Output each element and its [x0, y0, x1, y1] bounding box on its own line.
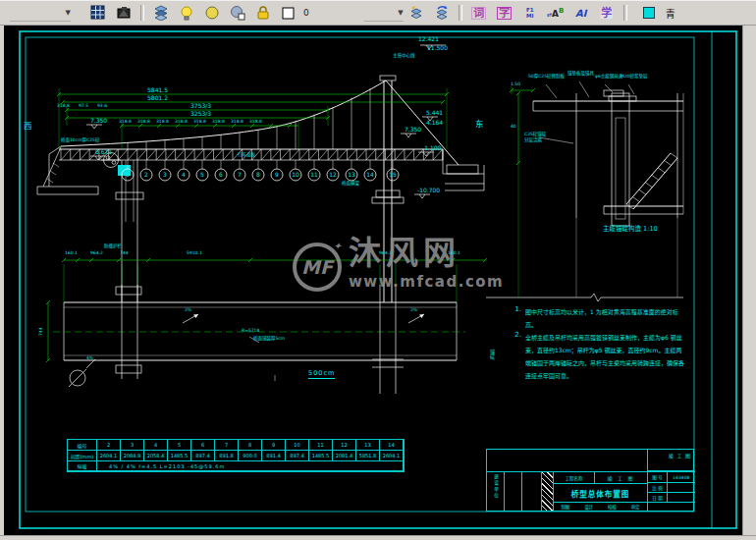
chevron-down-icon: ▼ [398, 9, 403, 17]
ai-text-tool-button[interactable]: AI [569, 3, 593, 24]
chevron-down-icon: ▼ [66, 9, 71, 17]
watermark-url: www.mfcad.com [349, 273, 504, 291]
as-built-stamp: 竣 工 图 [647, 450, 694, 471]
watermark: MF✦ 沐风网 www.mfcad.com [293, 236, 504, 292]
table-row-label: 纵坡 [68, 461, 97, 471]
annotation: C25砼锚碇 [524, 133, 546, 137]
layer-control-dropdown[interactable]: ▼ [364, 5, 404, 22]
annotation: 桥面铺装厚5cm [253, 336, 289, 342]
sign-cell: 审定 [631, 504, 640, 510]
empty-cell [522, 471, 542, 511]
table-value: 2081.4 [333, 451, 356, 461]
level-label: 11.500 [427, 45, 448, 51]
layer-lock-button[interactable] [251, 3, 275, 24]
note-number: 2. [509, 331, 521, 382]
layer-states-icon [116, 5, 132, 21]
lightbulb-icon [179, 5, 194, 21]
toolbar-separator [459, 5, 462, 21]
layer-on-button[interactable] [175, 3, 198, 24]
layer-states-button[interactable] [112, 3, 135, 24]
table-header: 13 [356, 440, 380, 451]
layers-undo-icon [434, 5, 450, 21]
span-dim-label: 318.8 [193, 120, 206, 125]
table-header: 6 [191, 440, 215, 451]
layer-color-button[interactable] [277, 3, 300, 24]
table-header: 7 [215, 440, 239, 451]
drawing-viewport[interactable]: 123456789101112131415 MF✦ 沐风网 www.mfcad.… [4, 26, 743, 537]
current-color-button[interactable] [637, 3, 661, 24]
span-dim-label: 318.8 [175, 120, 188, 125]
profile-cell: 4% / 4% f=4.5 L=2103 -45@59.6m [97, 461, 404, 471]
axis-number: 7 [238, 171, 242, 178]
annotation: 桥面横梁 [342, 182, 359, 187]
sign-cell: 设计 [584, 504, 593, 510]
note-number: 1. [509, 305, 521, 331]
table-header: 12 [333, 440, 356, 451]
window-right-edge [742, 25, 756, 540]
note-text: 全桥主缆及吊杆均采用高强镀锌钢丝束制作，主缆为φ6 钢丝束，直径约13cm；吊杆… [525, 331, 687, 382]
axis-number: 8 [256, 171, 260, 178]
toolbar-separator [140, 5, 144, 21]
sheet-no-label: 图 号 [648, 472, 668, 482]
annotation: M20砂浆垫层 [621, 75, 648, 80]
cad-window: ▼ 0 ▼ [0, 0, 756, 540]
annotation: 锚碇 [489, 350, 494, 359]
xue-tool-button[interactable]: 学 [595, 3, 619, 24]
table-value: 891.8 [215, 451, 239, 461]
axis-number: 11 [310, 171, 318, 178]
annotation: 主塔中心线 [393, 54, 415, 59]
layer-dropdown[interactable]: ▼ [10, 5, 71, 22]
make-layer-current-button[interactable] [405, 3, 428, 24]
word-tool-icon: 词 [471, 7, 486, 20]
toolbar: ▼ 0 ▼ [0, 1, 756, 26]
layer-freeze-button[interactable] [200, 3, 224, 24]
current-color-label: 青 [666, 6, 675, 21]
sheet-no-value: L43408 [668, 475, 695, 480]
spacing-table: 编号234567891011121314间距(mm)2604.12084.920… [67, 439, 405, 472]
axis-number: 15 [389, 171, 397, 178]
table-header: 9 [262, 440, 286, 451]
dim-label: 3253/3 [190, 111, 211, 117]
annotation: 桥面10cm厚C25砼 [61, 138, 99, 143]
layer-viewport-button[interactable] [226, 3, 249, 24]
annotation: 行车道板 [238, 153, 255, 158]
table-value: 897.4 [191, 451, 215, 461]
cyan-color-swatch [643, 7, 655, 19]
level-label: 5.441 [426, 110, 443, 116]
level-label: 12.421 [418, 36, 439, 42]
layer-properties-button[interactable] [86, 3, 110, 24]
dim-label: 97.5 [79, 104, 88, 109]
ab-swap-tool-button[interactable]: ⇄AB [544, 3, 567, 24]
layers-button[interactable] [149, 3, 173, 24]
hatch-cell [542, 471, 554, 511]
note-text: 图中尺寸标高均以米计，1 为相对黄海高程基准面的绝对标高。 [525, 305, 687, 331]
word-tool-button[interactable]: 词 [467, 3, 491, 24]
span-dim-label: 318.8 [212, 120, 225, 125]
axis-number: 2 [144, 171, 148, 178]
level-label: 7.350 [405, 127, 421, 133]
notes-block: 1. 图中尺寸标高均以米计，1 为相对黄海高程基准面的绝对标高。 2. 全桥主缆… [509, 305, 687, 382]
table-header: 11 [309, 440, 333, 451]
lock-icon [255, 5, 271, 21]
axis-number: 1 [126, 171, 130, 178]
f1mi-tool-icon: F1MI [526, 7, 534, 19]
annotation: 50厚C25砼预制板 [528, 75, 565, 80]
dim-label: 3753/3 [190, 103, 211, 109]
annotation: 2% [410, 308, 417, 313]
table-header: 5 [168, 440, 191, 451]
axis-number: 3 [163, 171, 167, 178]
window-bottom-edge [0, 535, 756, 540]
drawing-title: 桥型总体布置图 [554, 484, 647, 503]
layer-previous-button[interactable] [430, 3, 454, 24]
dim-label: 1.50 [511, 82, 520, 87]
detail-view [486, 81, 683, 301]
mfcad-logo: MF✦ [293, 243, 342, 292]
dim-label: 744 [120, 251, 129, 256]
org-label: 建设单位 [493, 474, 499, 500]
axis-number: 9 [275, 171, 279, 178]
f1mi-tool-button[interactable]: F1MI [518, 3, 542, 24]
char-tool-button[interactable]: 字 [493, 3, 516, 24]
dim-label: 5801.2 [147, 95, 168, 101]
dim-label: 93.6 [97, 104, 107, 109]
level-label: 4.164 [426, 120, 443, 126]
